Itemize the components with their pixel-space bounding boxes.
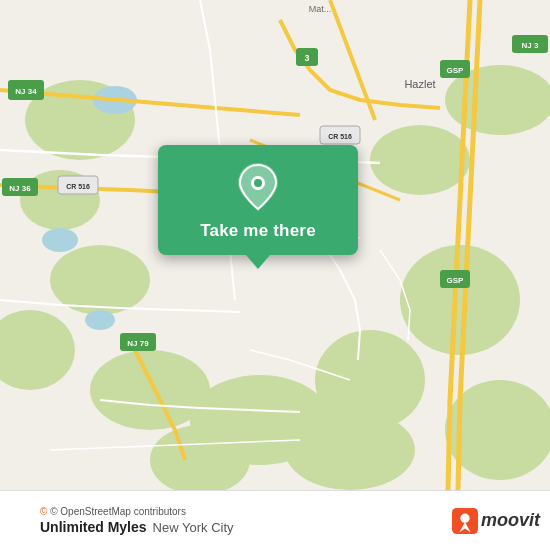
svg-point-15 xyxy=(42,228,78,252)
svg-text:NJ 36: NJ 36 xyxy=(9,184,31,193)
svg-text:3: 3 xyxy=(304,53,309,63)
moovit-text: moovit xyxy=(481,510,540,531)
svg-text:Mat...: Mat... xyxy=(309,4,332,14)
moovit-logo: moovit xyxy=(452,508,540,534)
map-container: NJ 34 CR 516 CR 516 3 NJ 79 GSP GSP Hazl… xyxy=(0,0,550,490)
svg-text:GSP: GSP xyxy=(447,66,465,75)
svg-text:GSP: GSP xyxy=(447,276,465,285)
location-pin-icon xyxy=(234,163,282,211)
svg-text:NJ 3: NJ 3 xyxy=(522,41,539,50)
svg-point-10 xyxy=(285,410,415,490)
svg-text:CR 516: CR 516 xyxy=(328,133,352,140)
svg-point-8 xyxy=(400,245,520,355)
popup-label: Take me there xyxy=(200,221,316,241)
place-name: Unlimited Myles xyxy=(40,519,147,535)
svg-point-12 xyxy=(370,125,470,195)
city-name: New York City xyxy=(153,520,234,535)
take-me-there-button[interactable]: Take me there xyxy=(158,145,358,255)
svg-text:NJ 34: NJ 34 xyxy=(15,87,37,96)
svg-text:CR 516: CR 516 xyxy=(66,183,90,190)
attribution-text: © OpenStreetMap contributors xyxy=(50,506,186,517)
svg-point-40 xyxy=(460,513,469,522)
svg-point-38 xyxy=(254,179,262,187)
moovit-icon xyxy=(452,508,478,534)
bottom-bar: © © OpenStreetMap contributors Unlimited… xyxy=(0,490,550,550)
svg-point-16 xyxy=(85,310,115,330)
svg-text:Hazlet: Hazlet xyxy=(404,78,435,90)
svg-text:NJ 79: NJ 79 xyxy=(127,339,149,348)
